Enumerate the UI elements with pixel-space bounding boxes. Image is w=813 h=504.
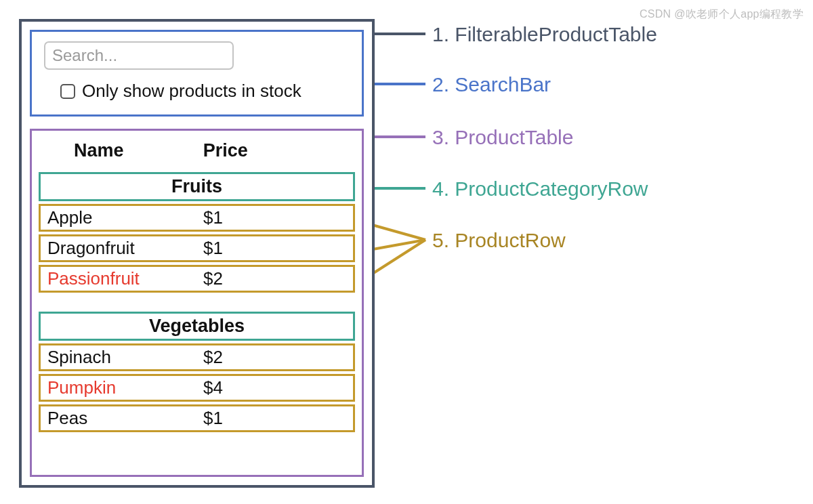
stock-checkbox[interactable] bbox=[60, 84, 75, 99]
stock-filter-label: Only show products in stock bbox=[82, 81, 301, 102]
product-name: Pumpkin bbox=[47, 377, 203, 398]
product-price: $1 bbox=[203, 408, 353, 429]
legend-product-table: 3. ProductTable bbox=[432, 126, 573, 149]
product-name: Apple bbox=[47, 207, 203, 228]
product-name: Passionfruit bbox=[47, 268, 203, 289]
product-category-row: Vegetables bbox=[39, 312, 355, 341]
product-price: $1 bbox=[203, 238, 353, 259]
column-header-name: Name bbox=[39, 140, 203, 161]
product-row: Apple $1 bbox=[39, 204, 355, 232]
product-table-box: Name Price Fruits Apple $1 Dragonfruit $… bbox=[30, 129, 364, 477]
legend-search-bar: 2. SearchBar bbox=[432, 73, 551, 96]
product-price: $2 bbox=[203, 347, 353, 368]
product-row: Pumpkin $4 bbox=[39, 374, 355, 402]
product-price: $1 bbox=[203, 207, 353, 228]
search-input[interactable] bbox=[44, 41, 234, 70]
product-row: Spinach $2 bbox=[39, 343, 355, 371]
legend-filterable-product-table: 1. FilterableProductTable bbox=[432, 23, 657, 46]
product-price: $2 bbox=[203, 268, 353, 289]
product-name: Peas bbox=[47, 408, 203, 429]
search-bar-box: Only show products in stock bbox=[30, 30, 364, 117]
product-row: Passionfruit $2 bbox=[39, 265, 355, 293]
table-header: Name Price bbox=[39, 138, 355, 168]
legend-product-row: 5. ProductRow bbox=[432, 229, 566, 252]
product-price: $4 bbox=[203, 377, 353, 398]
filterable-product-table-box: Only show products in stock Name Price F… bbox=[19, 19, 375, 488]
product-row: Dragonfruit $1 bbox=[39, 234, 355, 262]
product-name: Dragonfruit bbox=[47, 238, 203, 259]
product-row: Peas $1 bbox=[39, 404, 355, 432]
product-name: Spinach bbox=[47, 347, 203, 368]
column-header-price: Price bbox=[203, 140, 355, 161]
product-category-row: Fruits bbox=[39, 172, 355, 201]
watermark-text: CSDN @吹老师个人app编程教学 bbox=[640, 7, 804, 22]
legend-product-category-row: 4. ProductCategoryRow bbox=[432, 177, 648, 201]
diagram-canvas: Only show products in stock Name Price F… bbox=[0, 0, 813, 27]
stock-filter-row: Only show products in stock bbox=[44, 81, 350, 102]
